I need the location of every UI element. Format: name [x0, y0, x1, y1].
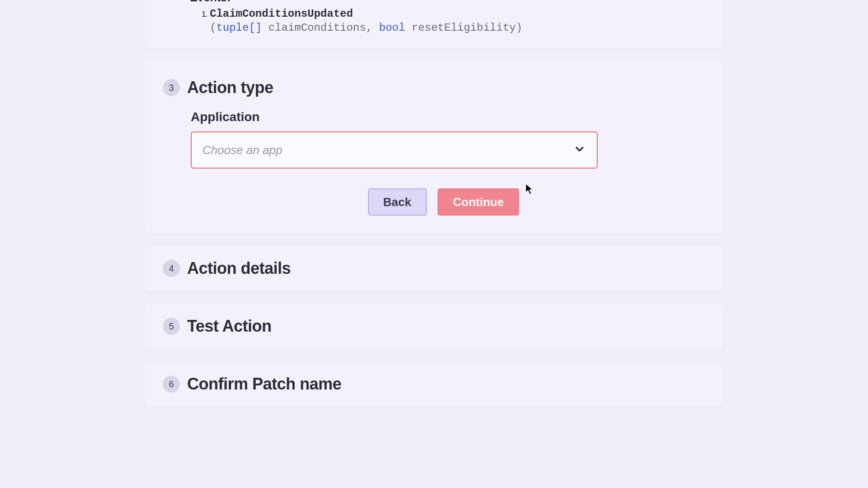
- step-title: Action type: [187, 78, 274, 97]
- type-keyword: tuple[]: [216, 22, 262, 34]
- application-field-label: Application: [191, 110, 696, 124]
- events-list: ClaimConditionsUpdated (tuple[] claimCon…: [210, 8, 696, 34]
- step-number-badge: 3: [163, 79, 180, 96]
- step-action-type-card: 3 Action type Application Choose an app …: [145, 60, 723, 234]
- continue-button[interactable]: Continue: [438, 188, 519, 216]
- step-number-badge: 5: [163, 318, 180, 335]
- event-signature: (tuple[] claimConditions, bool resetElig…: [210, 22, 696, 34]
- type-keyword: bool: [379, 22, 405, 34]
- application-select[interactable]: Choose an app: [191, 131, 598, 169]
- step-title: Test Action: [187, 317, 272, 336]
- application-select-placeholder: Choose an app: [191, 131, 598, 169]
- step-number-badge: 6: [163, 375, 180, 393]
- step-number-badge: 4: [163, 260, 180, 277]
- step-action-details-card[interactable]: 4 Action details: [145, 245, 723, 291]
- event-item: ClaimConditionsUpdated (tuple[] claimCon…: [210, 8, 696, 34]
- step-header: 3 Action type: [163, 78, 696, 97]
- step-confirm-patch-card[interactable]: 6 Confirm Patch name: [145, 361, 723, 407]
- step-title: Action details: [187, 259, 291, 278]
- events-label: Events:: [190, 0, 696, 4]
- button-row: Back Continue: [191, 188, 696, 216]
- step-title: Confirm Patch name: [187, 375, 341, 394]
- back-button[interactable]: Back: [368, 188, 427, 216]
- event-name: ClaimConditionsUpdated: [210, 8, 353, 20]
- step-test-action-card[interactable]: 5 Test Action: [145, 303, 723, 349]
- events-card: Events: ClaimConditionsUpdated (tuple[] …: [145, 0, 723, 48]
